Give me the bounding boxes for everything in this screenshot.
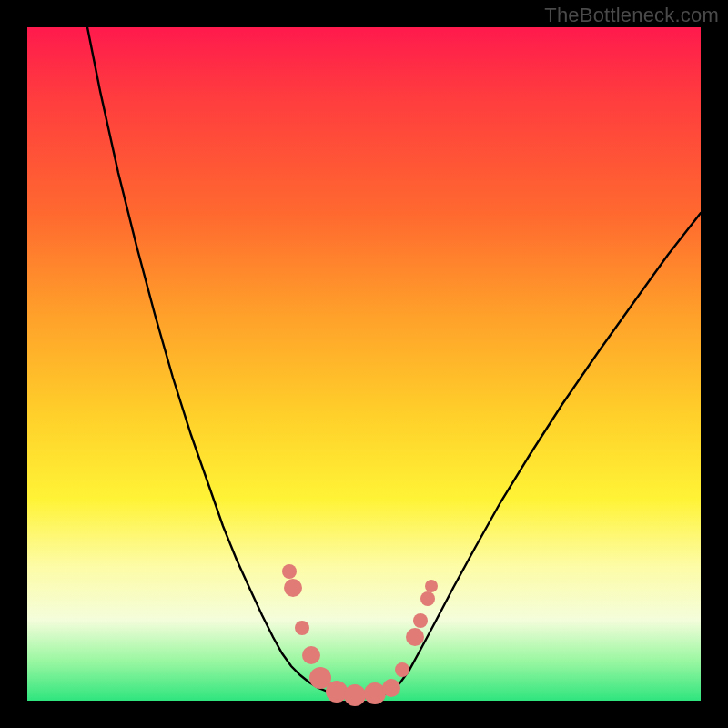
data-spot	[382, 679, 400, 697]
data-spot	[413, 613, 428, 628]
plot-area	[27, 27, 701, 701]
data-spot	[282, 564, 297, 579]
watermark-text: TheBottleneck.com	[544, 4, 719, 27]
data-spot	[302, 646, 320, 664]
data-spot	[406, 628, 424, 646]
data-spot	[295, 621, 309, 635]
data-spots	[282, 564, 438, 706]
data-spot	[326, 681, 348, 703]
curve-layer	[27, 27, 701, 701]
data-spot	[284, 579, 302, 597]
data-spot	[344, 684, 366, 706]
data-spot	[420, 592, 435, 606]
chart-container: TheBottleneck.com	[0, 0, 728, 728]
right-curve	[391, 213, 701, 692]
data-spot	[395, 662, 410, 677]
data-spot	[425, 580, 438, 592]
